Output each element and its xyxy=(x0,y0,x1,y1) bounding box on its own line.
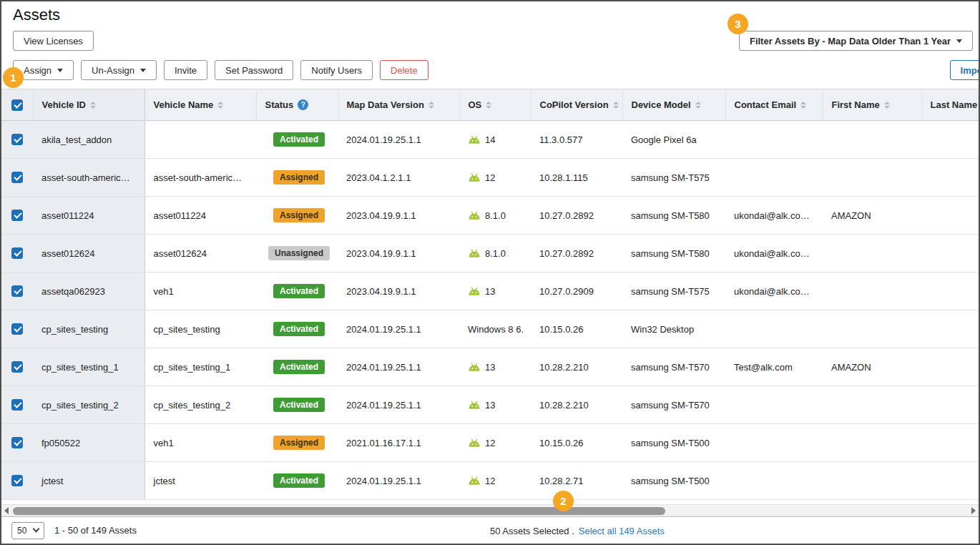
col-first-name[interactable]: First Name xyxy=(823,89,921,121)
map-data-cell: 2024.01.19.25.1.1 xyxy=(338,386,459,424)
vehicle-name-text: asset012624 xyxy=(154,248,207,259)
range-text: 1 - 50 of 149 Assets xyxy=(54,525,137,536)
col-device-model[interactable]: Device Model xyxy=(622,89,725,121)
row-checkbox[interactable] xyxy=(11,399,23,411)
device-model-cell: samsung SM-T500 xyxy=(622,462,725,500)
view-licenses-button[interactable]: View Licenses xyxy=(13,31,94,51)
first-name-cell xyxy=(823,159,921,197)
status-badge: Activated xyxy=(273,473,325,488)
vehicle-name-cell xyxy=(144,121,256,159)
device-model-cell: samsung SM-T500 xyxy=(622,424,725,462)
col-last-name[interactable]: Last Name xyxy=(921,89,979,121)
device-model-text: samsung SM-T580 xyxy=(631,210,710,221)
vehicle-id-text: fp050522 xyxy=(41,438,80,448)
select-all-checkbox[interactable] xyxy=(11,99,23,111)
col-label: First Name xyxy=(832,99,880,110)
status-cell: Unassigned xyxy=(256,235,338,272)
vehicle-id-text: jctest xyxy=(41,476,63,486)
vehicle-name-cell: veh1 xyxy=(144,272,256,310)
device-model-cell: samsung SM-T570 xyxy=(622,348,725,386)
status-help-icon[interactable]: ? xyxy=(298,99,308,110)
import-button[interactable]: Import xyxy=(950,60,980,80)
row-checkbox[interactable] xyxy=(11,361,23,373)
device-model-cell: samsung SM-T570 xyxy=(622,386,725,424)
copilot-version-cell: 11.3.0.577 xyxy=(531,121,622,159)
copilot-version-text: 11.3.0.577 xyxy=(539,134,582,145)
vehicle-id-cell: assetqa062923 xyxy=(33,272,144,310)
col-contact-email[interactable]: Contact Email xyxy=(725,89,823,121)
copilot-version-cell: 10.15.0.26 xyxy=(531,310,622,348)
android-icon xyxy=(468,401,481,410)
last-name-cell xyxy=(921,462,979,500)
device-model-text: samsung SM-T575 xyxy=(631,172,710,183)
android-icon xyxy=(468,287,481,296)
invite-button[interactable]: Invite xyxy=(164,60,207,80)
col-os[interactable]: OS xyxy=(459,89,531,121)
vehicle-id-cell: asset-south-americ… xyxy=(33,159,144,197)
col-status[interactable]: Status? xyxy=(256,89,338,121)
vehicle-id-cell: cp_sites_testing xyxy=(33,310,144,348)
page-size-select[interactable]: 50 xyxy=(11,522,44,539)
row-checkbox[interactable] xyxy=(11,323,23,335)
status-badge: Activated xyxy=(273,284,325,298)
status-cell: Activated xyxy=(256,386,338,424)
os-cell: Windows 8 6. xyxy=(459,310,531,348)
col-label: OS xyxy=(469,99,482,110)
status-cell: Activated xyxy=(256,272,338,310)
status-badge: Unassigned xyxy=(268,246,330,260)
device-model-cell: samsung SM-T580 xyxy=(622,235,725,272)
os-cell: 13 xyxy=(459,272,531,310)
set-password-label: Set Password xyxy=(225,65,283,76)
status-badge: Activated xyxy=(273,132,325,147)
contact-email-text: Test@alk.com xyxy=(734,362,793,373)
col-copilot-version[interactable]: CoPilot Version xyxy=(531,89,622,121)
android-icon xyxy=(468,476,481,486)
delete-button[interactable]: Delete xyxy=(380,60,428,80)
scroll-right-icon[interactable] xyxy=(971,507,976,514)
horizontal-scrollbar[interactable] xyxy=(1,504,979,516)
row-checkbox[interactable] xyxy=(11,437,23,448)
row-checkbox[interactable] xyxy=(11,475,23,486)
unassign-button[interactable]: Un-Assign xyxy=(81,60,157,80)
vehicle-name-text: cp_sites_testing_2 xyxy=(154,400,231,411)
row-checkbox[interactable] xyxy=(11,210,23,221)
sort-icon xyxy=(884,102,890,109)
col-vehicle-name[interactable]: Vehicle Name xyxy=(144,89,256,121)
row-checkbox[interactable] xyxy=(11,172,23,183)
map-data-text: 2024.01.19.25.1.1 xyxy=(346,362,421,373)
device-model-text: Google Pixel 6a xyxy=(631,134,697,145)
first-name-cell xyxy=(823,272,921,310)
vehicle-id-cell: cp_sites_testing_2 xyxy=(33,386,144,424)
map-data-text: 2024.01.19.25.1.1 xyxy=(346,400,421,411)
copilot-version-cell: 10.27.0.2892 xyxy=(531,235,622,272)
vehicle-id-text: cp_sites_testing xyxy=(41,324,108,335)
os-text: 13 xyxy=(485,286,495,297)
notify-users-button[interactable]: Notify Users xyxy=(300,60,373,80)
select-all-link[interactable]: Select all 149 Assets xyxy=(579,525,665,536)
contact-email-text: ukondai@alk.co… xyxy=(734,248,810,259)
map-data-text: 2021.01.16.17.1.1 xyxy=(346,438,421,448)
last-name-cell xyxy=(921,386,979,424)
scroll-left-icon[interactable] xyxy=(4,507,9,514)
col-label: Status xyxy=(265,99,294,110)
vehicle-id-text: asset011224 xyxy=(41,210,94,221)
contact-email-cell xyxy=(725,310,823,348)
row-checkbox[interactable] xyxy=(11,134,23,145)
col-map-data-version[interactable]: Map Data Version xyxy=(338,89,459,121)
vehicle-name-text: veh1 xyxy=(154,286,174,297)
set-password-button[interactable]: Set Password xyxy=(215,60,293,80)
filter-assets-button[interactable]: Filter Assets By - Map Data Older Than 1… xyxy=(739,31,973,51)
row-checkbox[interactable] xyxy=(11,285,23,297)
device-model-text: samsung SM-T570 xyxy=(631,400,710,411)
row-checkbox[interactable] xyxy=(11,247,23,259)
last-name-cell xyxy=(921,235,979,272)
device-model-text: samsung SM-T570 xyxy=(631,362,710,373)
vehicle-name-text: cp_sites_testing_1 xyxy=(154,362,231,373)
annotation-badge-2: 2 xyxy=(553,491,574,511)
os-text: 8.1.0 xyxy=(485,248,506,259)
os-cell: 13 xyxy=(459,348,531,386)
view-licenses-label: View Licenses xyxy=(24,36,83,46)
col-vehicle-id[interactable]: Vehicle ID xyxy=(33,89,144,121)
row-checkbox-cell xyxy=(1,197,33,235)
last-name-cell xyxy=(921,197,979,235)
